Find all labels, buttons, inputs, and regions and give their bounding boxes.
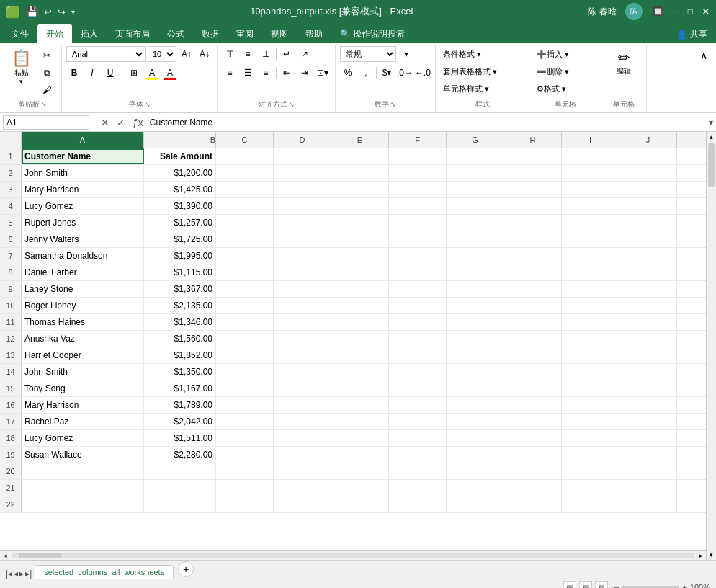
cell-12-b[interactable]: $1,560.00: [144, 331, 216, 347]
cell-10-c[interactable]: [216, 298, 274, 313]
format-cells-button[interactable]: ⚙ 格式 ▾: [534, 81, 596, 97]
clipboard-expand-icon[interactable]: ⤡: [41, 101, 47, 108]
cell-10-b[interactable]: $2,135.00: [144, 298, 216, 313]
cell-7-i[interactable]: [562, 248, 619, 264]
row-header-14[interactable]: 14: [0, 364, 22, 380]
number-format-select[interactable]: 常规: [340, 46, 396, 62]
share-button[interactable]: 👤 共享: [668, 25, 716, 43]
col-header-g[interactable]: G: [447, 132, 504, 148]
row-header-20[interactable]: 20: [0, 463, 22, 479]
row-header-15[interactable]: 15: [0, 380, 22, 396]
cell-3-g[interactable]: [447, 182, 504, 197]
increase-decimal-button[interactable]: .0→: [397, 65, 413, 81]
tab-view[interactable]: 视图: [262, 24, 297, 43]
underline-button[interactable]: U: [102, 65, 118, 81]
cell-4-e[interactable]: [331, 198, 389, 214]
row-header-16[interactable]: 16: [0, 397, 22, 413]
cell-2-b[interactable]: $1,200.00: [144, 165, 216, 181]
cell-20-f[interactable]: [389, 463, 447, 479]
cell-4-c[interactable]: [216, 198, 274, 214]
orientation-button[interactable]: ↗: [297, 46, 313, 62]
cell-17-i[interactable]: [562, 414, 619, 429]
cell-4-h[interactable]: [504, 198, 562, 214]
merge-button[interactable]: ⊡▾: [315, 65, 331, 81]
row-header-22[interactable]: 22: [0, 496, 22, 512]
row-header-7[interactable]: 7: [0, 248, 22, 264]
cell-16-c[interactable]: [216, 397, 274, 413]
cell-6-f[interactable]: [389, 231, 447, 247]
cell-15-e[interactable]: [331, 380, 389, 396]
cell-11-g[interactable]: [447, 314, 504, 330]
cell-16-i[interactable]: [562, 397, 619, 413]
row-header-6[interactable]: 6: [0, 231, 22, 247]
cell-19-j[interactable]: [619, 447, 677, 463]
increase-indent-button[interactable]: ⇥: [297, 65, 313, 81]
cell-3-d[interactable]: [274, 182, 331, 197]
cell-12-e[interactable]: [331, 331, 389, 347]
cell-2-i[interactable]: [562, 165, 619, 181]
cell-20-i[interactable]: [562, 463, 619, 479]
zoom-in-button[interactable]: +: [682, 583, 686, 588]
cell-22-j[interactable]: [619, 496, 677, 512]
cell-2-c[interactable]: [216, 165, 274, 181]
cell-20-b[interactable]: [144, 463, 216, 479]
cell-18-g[interactable]: [447, 430, 504, 446]
cell-3-b[interactable]: $1,425.00: [144, 182, 216, 197]
cell-10-h[interactable]: [504, 298, 562, 313]
cell-17-b[interactable]: $2,042.00: [144, 414, 216, 429]
cell-9-h[interactable]: [504, 281, 562, 297]
cell-3-c[interactable]: [216, 182, 274, 197]
cell-17-f[interactable]: [389, 414, 447, 429]
cell-3-j[interactable]: [619, 182, 677, 197]
cell-1-f[interactable]: [389, 148, 447, 164]
cell-14-i[interactable]: [562, 364, 619, 380]
cell-19-i[interactable]: [562, 447, 619, 463]
row-header-21[interactable]: 21: [0, 480, 22, 496]
cell-13-b[interactable]: $1,852.00: [144, 347, 216, 363]
cell-8-e[interactable]: [331, 264, 389, 280]
cell-19-b[interactable]: $2,280.00: [144, 447, 216, 463]
cell-20-g[interactable]: [447, 463, 504, 479]
cell-13-h[interactable]: [504, 347, 562, 363]
quick-access-save[interactable]: 💾: [26, 6, 38, 17]
cell-1-g[interactable]: [447, 148, 504, 164]
cell-12-f[interactable]: [389, 331, 447, 347]
cell-11-h[interactable]: [504, 314, 562, 330]
col-header-e[interactable]: E: [331, 132, 389, 148]
cell-2-a[interactable]: John Smith: [22, 165, 144, 181]
font-size-select[interactable]: 10: [148, 46, 176, 62]
cell-12-g[interactable]: [447, 331, 504, 347]
minimize-btn[interactable]: ─: [672, 6, 679, 17]
cell-17-c[interactable]: [216, 414, 274, 429]
cell-5-g[interactable]: [447, 215, 504, 231]
cell-11-d[interactable]: [274, 314, 331, 330]
cell-18-a[interactable]: Lucy Gomez: [22, 430, 144, 446]
cell-16-b[interactable]: $1,789.00: [144, 397, 216, 413]
tab-help[interactable]: 帮助: [297, 24, 331, 43]
cell-19-a[interactable]: Susan Wallace: [22, 447, 144, 463]
number-format-expand[interactable]: ▾: [398, 46, 414, 62]
cell-18-d[interactable]: [274, 430, 331, 446]
col-header-b[interactable]: B: [144, 132, 216, 148]
row-header-18[interactable]: 18: [0, 430, 22, 446]
cell-21-j[interactable]: [619, 480, 677, 496]
cell-17-e[interactable]: [331, 414, 389, 429]
cell-7-f[interactable]: [389, 248, 447, 264]
zoom-out-button[interactable]: ─: [614, 583, 619, 588]
conditional-format-button[interactable]: 条件格式 ▾: [440, 46, 524, 62]
cell-15-c[interactable]: [216, 380, 274, 396]
cell-4-a[interactable]: Lucy Gomez: [22, 198, 144, 214]
insert-cells-button[interactable]: ➕ 插入 ▾: [534, 46, 596, 62]
page-break-view-icon[interactable]: ⊟: [595, 581, 608, 588]
cell-8-j[interactable]: [619, 264, 677, 280]
cell-4-g[interactable]: [447, 198, 504, 214]
sheet-nav-first[interactable]: |◂: [6, 569, 12, 579]
cell-13-d[interactable]: [274, 347, 331, 363]
cell-5-a[interactable]: Rupert Jones: [22, 215, 144, 231]
cell-11-b[interactable]: $1,346.00: [144, 314, 216, 330]
cell-6-g[interactable]: [447, 231, 504, 247]
cell-13-f[interactable]: [389, 347, 447, 363]
cell-1-i[interactable]: [562, 148, 619, 164]
normal-view-icon[interactable]: ▦: [563, 581, 576, 588]
cell-13-a[interactable]: Harriet Cooper: [22, 347, 144, 363]
